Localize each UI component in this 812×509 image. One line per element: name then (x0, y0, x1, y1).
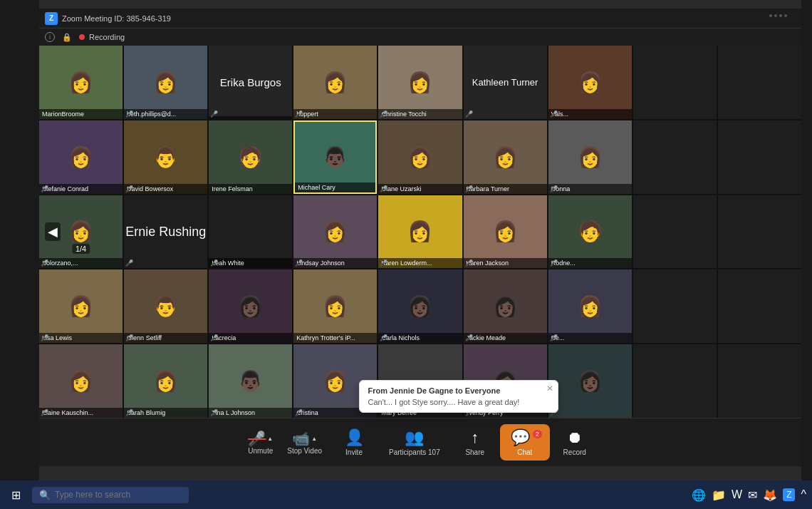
name-karen-j: Karen Jackson (464, 258, 547, 268)
name-marion: MarionBroome (39, 109, 123, 119)
cell-carla: 👩🏿 🎤 Carla Nichols (378, 269, 462, 343)
lock-icon: 🔒 (62, 33, 72, 42)
windows-start-btn[interactable]: ⊞ (6, 485, 26, 505)
avatar-extra: 👩🏿 (548, 344, 632, 418)
cell-empty6 (718, 195, 801, 269)
name-tina: Tina L Johnson (209, 408, 292, 418)
mute-barbara: 🎤 (465, 185, 473, 192)
avatar-christine: 👩 (378, 46, 462, 119)
screen-edge-left (0, 0, 39, 509)
participants-btn[interactable]: 👥 Participants 107 (379, 424, 450, 461)
avatar-lacrecia: 👩🏿 (209, 269, 292, 343)
cell-lisa: 👩 🎤 Lisa Lewis (39, 269, 123, 343)
mute-lindsay: 🎤 (295, 259, 303, 267)
taskbar-folder-icon[interactable]: 📁 (712, 488, 726, 502)
avatar-donna: 👩 (548, 120, 632, 194)
share-btn[interactable]: ↑ Share (450, 424, 500, 461)
cell-vals: 👩 🎤 Vals... (548, 46, 632, 119)
invite-btn[interactable]: 👤 Invite (329, 424, 379, 461)
unmute-label: Unmute (248, 447, 273, 455)
taskbar-ie-icon[interactable]: 🌐 (692, 488, 706, 502)
mute-cristina: 🎤 (295, 409, 303, 416)
name-rodney: Rodne... (548, 258, 632, 268)
mute-huppert: 🎤 (295, 110, 303, 118)
cell-solorzano: 👩 🎤 Solorzano,... ◀ 1/4 (39, 195, 123, 269)
name-stefanie: Stefanie Conrad (39, 184, 123, 194)
name-lisa: Lisa Lewis (39, 333, 123, 343)
cell-empty2 (718, 46, 801, 119)
avatar-carla: 👩🏿 (378, 269, 462, 343)
cell-karen-l: 👩 🎤 Karen Lowderm... (378, 195, 462, 269)
name-sarah: Sarah Blumig (124, 408, 207, 418)
cell-glenn: 👨 🎤 Glenn Setliff (124, 269, 207, 343)
avatar-stefanie: 👩 (39, 120, 123, 194)
cell-michael: 👨🏿 Michael Cary (293, 120, 377, 194)
taskbar-firefox-icon[interactable]: 🦊 (763, 488, 777, 502)
zoom-logo-icon: Z (45, 12, 58, 25)
cell-donna: 👩 🎤 Donna (548, 120, 632, 194)
cell-beth: 👩 🎤 beth.phillips@d... (124, 46, 207, 119)
mute-icon: 🎤 (248, 430, 266, 447)
mute-glenn: 🎤 (125, 334, 133, 341)
recording-dot (79, 34, 85, 40)
avatar-jackie: 👩🏿 (464, 269, 547, 343)
cell-stefanie: 👩 🎤 Stefanie Conrad (39, 120, 123, 194)
mute-be: 🎤 (550, 334, 558, 341)
taskbar-system-icons: 🌐 📁 W ✉ 🦊 Z ^ (692, 488, 806, 502)
chat-icon: 💬 (511, 428, 530, 447)
cell-rodney: 🧑 🎤 Rodne... (548, 195, 632, 269)
cell-lindsay: 👩 🎤 Lindsay Johnson (293, 195, 377, 269)
record-btn[interactable]: ⏺ Record (550, 424, 600, 461)
taskbar-search-bar[interactable]: 🔍 (32, 487, 189, 503)
avatar-lisa: 👩 (39, 269, 123, 343)
cell-jackie: 👩🏿 🎤 Jackie Meade (464, 269, 547, 343)
unmute-row: 🎤 ▲ (248, 430, 273, 447)
cell-empty10 (718, 344, 801, 418)
avatar-huppert: 👩 (293, 46, 377, 119)
name-donna: Donna (548, 184, 632, 194)
avatar-tina: 👨🏿 (209, 344, 292, 418)
mute-vals: 🎤 (550, 110, 558, 118)
taskbar-chevron-icon[interactable]: ^ (801, 488, 806, 501)
video-group[interactable]: 📹 ▲ Stop Video (280, 426, 329, 459)
unmute-group[interactable]: 🎤 ▲ Unmute (241, 426, 280, 459)
taskbar-word-icon[interactable]: W (732, 488, 742, 501)
avatar-be: 👩 (548, 269, 632, 343)
name-overlay-kathleen: Kathleen Turner (472, 77, 538, 88)
taskbar-outlook-icon[interactable]: ✉ (748, 488, 757, 502)
prev-page-btn[interactable]: ◀ (45, 222, 61, 241)
mute-stefanie: 🎤 (41, 185, 48, 192)
cell-empty4 (718, 120, 801, 194)
chat-btn[interactable]: 💬 2 Chat (500, 424, 550, 461)
zoom-screen: Z Zoom Meeting ID: 385-946-319 i 🔒 Recor… (39, 9, 801, 466)
avatar-vals: 👩 (548, 46, 632, 119)
chat-close-btn[interactable]: ✕ (546, 384, 553, 394)
video-caret: ▲ (311, 436, 317, 442)
dot3 (779, 14, 782, 17)
title-bar: Z Zoom Meeting ID: 385-946-319 (39, 9, 801, 29)
invite-label: Invite (345, 448, 363, 456)
chat-message: Can't... I got Stye sorry.... Have a gre… (368, 398, 549, 406)
name-kathryn: Kathryn Trotter's iP... (293, 333, 377, 343)
dot4 (784, 14, 787, 17)
mute-karen-l: 🎤 (380, 259, 387, 267)
mute-lacrecia: 🎤 (210, 334, 218, 341)
name-lindsay: Lindsay Johnson (293, 258, 377, 268)
laptop-frame: Z Zoom Meeting ID: 385-946-319 i 🔒 Recor… (0, 0, 812, 509)
taskbar-search-input[interactable] (55, 490, 182, 500)
mute-carla: 🎤 (380, 334, 387, 341)
info-icon[interactable]: i (45, 32, 55, 42)
cell-extra: 👩🏿 🎤 (548, 344, 632, 418)
recording-label: Recording (89, 33, 125, 41)
name-karen-l: Karen Lowderm... (378, 258, 462, 268)
name-elaine: Elaine Kauschin... (39, 408, 123, 418)
taskbar-zoom-icon[interactable]: Z (783, 488, 795, 501)
avatar-kathryn: 👩 (293, 269, 377, 343)
name-huppert: huppert (293, 109, 377, 119)
avatar-glenn: 👨 (124, 269, 207, 343)
zoom-toolbar: 🎤 ▲ Unmute 📹 ▲ Stop Video 👤 Invite 👥 Par… (39, 418, 801, 466)
record-icon: ⏺ (567, 428, 583, 447)
stop-video-label: Stop Video (287, 447, 322, 455)
mute-diane: 🎤 (380, 185, 387, 192)
chat-label: Chat (517, 448, 532, 456)
